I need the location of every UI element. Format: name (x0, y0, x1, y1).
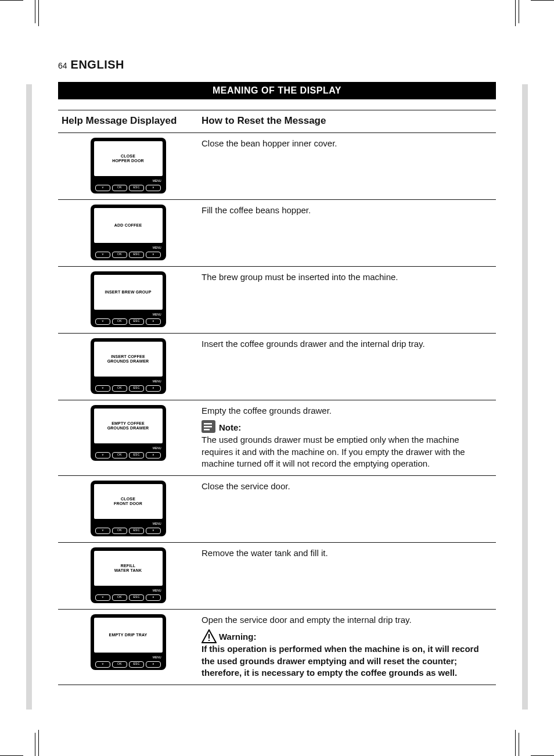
lcd-btn-up: ∧ (146, 661, 161, 668)
lcd-screen: CLOSE FRONT DOOR (94, 484, 163, 519)
lcd-screen: ADD COFFEE (94, 208, 163, 243)
lcd-label-right: MENU (153, 180, 161, 182)
lcd-display: EMPTY DRIP TRAY MENU ∨ OK ESC ∧ (91, 614, 166, 670)
lcd-btn-esc: ESC (129, 452, 144, 458)
page-number: 64 (58, 61, 67, 70)
lcd-frame: INSERT COFFEE GROUNDS DRAWER MENU ∨ OK E… (91, 338, 166, 394)
crop-mark (519, 733, 519, 756)
lcd-btn-ok: OK (112, 185, 127, 191)
lcd-button-row: ∨ OK ESC ∧ (94, 252, 163, 258)
note-block: Note: (202, 420, 492, 434)
lcd-line-1: ADD COFFEE (114, 223, 142, 228)
table-header-row: Help Message Displayed How to Reset the … (58, 110, 496, 133)
lcd-label-right: MENU (153, 447, 161, 450)
lcd-label-row: MENU (94, 447, 163, 450)
grey-edge-left (26, 84, 32, 710)
crop-mark (38, 730, 39, 756)
lcd-btn-up: ∧ (146, 385, 161, 392)
lcd-btn-ok: OK (112, 452, 127, 458)
lcd-btn-down: ∨ (95, 318, 110, 325)
lcd-btn-ok: OK (112, 661, 127, 668)
help-message-cell: CLOSE HOPPER DOOR MENU ∨ OK ESC ∧ (58, 133, 198, 200)
crop-mark (515, 0, 516, 26)
page: 64 ENGLISH MEANING OF THE DISPLAY Help M… (0, 0, 554, 756)
lcd-button-row: ∨ OK ESC ∧ (94, 452, 163, 458)
help-message-cell: REFILL WATER TANK MENU ∨ OK ESC ∧ (58, 543, 198, 610)
warning-body: If this operation is performed when the … (202, 643, 492, 679)
reset-cell: Fill the coffee beans hopper. (198, 200, 496, 267)
warning-label: Warning: (219, 632, 256, 642)
lcd-label-row: MENU (94, 313, 163, 316)
lcd-screen: EMPTY COFFEE GROUNDS DRAWER (94, 409, 163, 443)
reset-instruction: The brew group must be inserted into the… (202, 271, 492, 283)
lcd-btn-down: ∨ (95, 594, 110, 601)
lcd-btn-esc: ESC (129, 528, 144, 534)
lcd-btn-down: ∨ (95, 385, 110, 392)
lcd-line-1: INSERT COFFEE (111, 354, 145, 359)
lcd-frame: CLOSE FRONT DOOR MENU ∨ OK ESC ∧ (91, 481, 166, 536)
lcd-display: INSERT BREW GROUP MENU ∨ OK ESC ∧ (91, 271, 166, 327)
help-message-cell: INSERT COFFEE GROUNDS DRAWER MENU ∨ OK E… (58, 334, 198, 400)
lcd-screen: CLOSE HOPPER DOOR (94, 141, 163, 176)
crop-mark (519, 0, 519, 23)
reset-instruction: Insert the coffee grounds drawer and the… (202, 338, 492, 350)
lcd-btn-up: ∧ (146, 594, 161, 601)
lcd-label-row: MENU (94, 656, 163, 659)
lcd-screen: EMPTY DRIP TRAY (94, 618, 163, 653)
lcd-screen: INSERT BREW GROUP (94, 275, 163, 310)
lcd-btn-down: ∨ (95, 528, 110, 534)
reset-cell: Remove the water tank and fill it. (198, 543, 496, 610)
table-row: REFILL WATER TANK MENU ∨ OK ESC ∧ Remove… (58, 543, 496, 610)
lcd-display: REFILL WATER TANK MENU ∨ OK ESC ∧ (91, 547, 166, 603)
lcd-btn-down: ∨ (95, 185, 110, 191)
help-message-cell: INSERT BREW GROUP MENU ∨ OK ESC ∧ (58, 267, 198, 334)
lcd-button-row: ∨ OK ESC ∧ (94, 594, 163, 601)
crop-mark (35, 0, 35, 23)
lcd-btn-ok: OK (112, 252, 127, 258)
lcd-btn-ok: OK (112, 385, 127, 392)
help-message-cell: ADD COFFEE MENU ∨ OK ESC ∧ (58, 200, 198, 267)
crop-mark (531, 0, 554, 1)
lcd-btn-esc: ESC (129, 385, 144, 392)
table-row: CLOSE FRONT DOOR MENU ∨ OK ESC ∧ Close t… (58, 476, 496, 543)
crop-mark (35, 733, 35, 756)
display-meaning-table: Help Message Displayed How to Reset the … (58, 110, 496, 685)
table-row: EMPTY DRIP TRAY MENU ∨ OK ESC ∧ Open the… (58, 610, 496, 685)
lcd-frame: EMPTY DRIP TRAY MENU ∨ OK ESC ∧ (91, 614, 166, 670)
lcd-btn-down: ∨ (95, 661, 110, 668)
lcd-frame: CLOSE HOPPER DOOR MENU ∨ OK ESC ∧ (91, 138, 166, 194)
lcd-button-row: ∨ OK ESC ∧ (94, 318, 163, 325)
table-row: CLOSE HOPPER DOOR MENU ∨ OK ESC ∧ Close … (58, 133, 496, 200)
lcd-label-right: MENU (153, 522, 161, 525)
lcd-frame: EMPTY COFFEE GROUNDS DRAWER MENU ∨ OK ES… (91, 405, 166, 461)
lcd-line-1: INSERT BREW GROUP (105, 290, 151, 295)
reset-instruction: Fill the coffee beans hopper. (202, 205, 492, 216)
table-row: EMPTY COFFEE GROUNDS DRAWER MENU ∨ OK ES… (58, 400, 496, 476)
lcd-line-2: WATER TANK (114, 568, 142, 573)
crop-mark (515, 730, 516, 756)
lcd-line-2: GROUNDS DRAWER (107, 359, 149, 364)
lcd-label-row: MENU (94, 522, 163, 525)
lcd-btn-up: ∧ (146, 318, 161, 325)
lcd-label-right: MENU (153, 589, 161, 592)
lcd-button-row: ∨ OK ESC ∧ (94, 528, 163, 534)
reset-cell: Close the bean hopper inner cover. (198, 133, 496, 200)
lcd-label-row: MENU (94, 380, 163, 383)
lcd-label-right: MENU (153, 656, 161, 659)
lcd-btn-esc: ESC (129, 661, 144, 668)
lcd-label-right: MENU (153, 380, 161, 383)
lcd-label-right: MENU (153, 246, 161, 249)
warning-icon (202, 629, 217, 643)
table-row: INSERT COFFEE GROUNDS DRAWER MENU ∨ OK E… (58, 334, 496, 400)
reset-instruction: Close the service door. (202, 481, 492, 492)
note-icon (202, 420, 217, 434)
lcd-display: EMPTY COFFEE GROUNDS DRAWER MENU ∨ OK ES… (91, 405, 166, 461)
table-row: ADD COFFEE MENU ∨ OK ESC ∧ Fill the coff… (58, 200, 496, 267)
help-message-cell: CLOSE FRONT DOOR MENU ∨ OK ESC ∧ (58, 476, 198, 543)
page-header: 64 ENGLISH (58, 58, 496, 71)
lcd-btn-esc: ESC (129, 252, 144, 258)
lcd-label-row: MENU (94, 180, 163, 182)
lcd-frame: ADD COFFEE MENU ∨ OK ESC ∧ (91, 205, 166, 260)
reset-cell: The brew group must be inserted into the… (198, 267, 496, 334)
lcd-btn-up: ∧ (146, 528, 161, 534)
